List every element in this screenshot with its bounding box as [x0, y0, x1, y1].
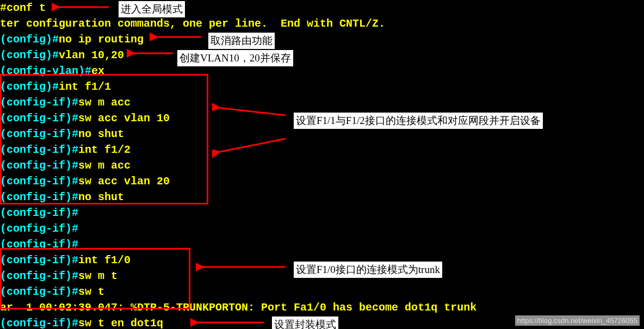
cli-text: ter configuration commands, one per line… [0, 17, 385, 30]
terminal-line: #conf t [0, 0, 644, 16]
annotation-encap-mode: 设置封装模式 [272, 316, 338, 329]
cli-prompt: (config)# [0, 80, 59, 93]
watermark-text: https://blog.csdn.net/weixin_45726055 [515, 315, 640, 326]
cli-prompt: (config-if)# [0, 285, 78, 298]
terminal-line: (config-vlan)#ex [0, 63, 644, 79]
cli-prompt: (config-vlan)# [0, 65, 91, 77]
cli-text: #conf t [0, 2, 46, 14]
cli-prompt: (config)# [0, 33, 59, 46]
cli-text: sw t en dot1q [78, 317, 163, 329]
cli-prompt: (config-if)# [0, 128, 78, 140]
cli-prompt: (config-if)# [0, 254, 78, 266]
annotation-no-routing: 取消路由功能 [208, 33, 275, 49]
cli-text: vlan 10,20 [59, 49, 124, 61]
terminal-line: (config-if)#sw acc vlan 20 [0, 173, 644, 189]
cli-text: sw t [78, 285, 104, 298]
terminal-line: (config)#int f1/1 [0, 79, 644, 95]
cli-text: sw m acc [78, 159, 131, 172]
cli-prompt: (config-if)# [0, 222, 78, 235]
cli-text: no ip routing [59, 33, 144, 46]
terminal-line: ar 1 00:02:39.047: %DTP-5-TRUNKPORTON: P… [0, 300, 644, 315]
cli-text: ar 1 00:02:39.047: %DTP-5-TRUNKPORTON: P… [0, 301, 476, 314]
terminal-line: (config-if)# [0, 205, 644, 221]
cli-text: no shut [78, 191, 124, 203]
cli-text: sw acc vlan 20 [78, 175, 170, 188]
terminal-line: (config-if)# [0, 237, 644, 252]
cli-text: ex [91, 65, 104, 77]
terminal-line: (config-if)# [0, 221, 644, 237]
cli-prompt: (config-if)# [0, 317, 78, 329]
terminal-line: (config-if)#sw t [0, 284, 644, 300]
terminal-line: (config)#no ip routing [0, 32, 644, 47]
annotation-vlan-create: 创建VLAN10，20并保存 [177, 50, 293, 66]
terminal-line: (config-if)#int f1/2 [0, 142, 644, 158]
cli-prompt: (config-if)# [0, 144, 78, 156]
annotation-trunk-mode: 设置F1/0接口的连接模式为trunk [294, 262, 442, 278]
annotation-interface-config: 设置F1/1与F1/2接口的连接模式和对应网段并开启设备 [294, 113, 543, 129]
terminal-line: (config-if)#sw m acc [0, 95, 644, 110]
cli-text: sw m t [78, 270, 117, 282]
terminal-output: #conf t ter configuration commands, one … [0, 0, 644, 329]
cli-prompt: (config-if)# [0, 191, 78, 203]
cli-prompt: (config-if)# [0, 175, 78, 188]
terminal-line: ter configuration commands, one per line… [0, 16, 644, 32]
cli-prompt: (config-if)# [0, 159, 78, 172]
cli-text: no shut [78, 128, 124, 140]
cli-prompt: (config-if)# [0, 112, 78, 125]
cli-prompt: (config-if)# [0, 207, 78, 219]
annotation-global-mode: 进入全局模式 [119, 1, 185, 17]
terminal-line: (config-if)#sw m acc [0, 158, 644, 173]
cli-prompt: (config-if)# [0, 96, 78, 109]
cli-prompt: (config)# [0, 49, 59, 61]
cli-text: sw m acc [78, 96, 131, 109]
terminal-line: (config)#vlan 10,20 [0, 47, 644, 63]
cli-prompt: (config-if)# [0, 238, 78, 251]
cli-prompt: (config-if)# [0, 270, 78, 282]
terminal-line: (config-if)#no shut [0, 189, 644, 205]
cli-text: int f1/2 [78, 144, 131, 156]
cli-text: int f1/0 [78, 254, 131, 266]
cli-text: sw acc vlan 10 [78, 112, 170, 125]
cli-text: int f1/1 [59, 80, 111, 93]
